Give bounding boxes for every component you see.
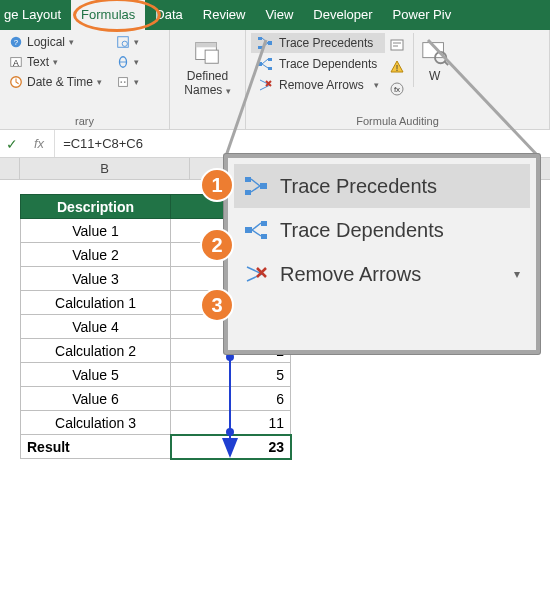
cell-desc[interactable]: Calculation 2 <box>21 339 171 363</box>
ribbon-body: ? Logical ▾ A Text ▾ Date & Time ▾ ▾ ▾ <box>0 30 550 130</box>
svg-text:A: A <box>13 58 19 68</box>
tab-power-pivot[interactable]: Power Piv <box>383 0 462 30</box>
svg-rect-16 <box>258 46 262 49</box>
annotation-badge-2: 2 <box>200 228 234 262</box>
defined-names-label1: Defined <box>187 69 228 83</box>
callout-trace-dependents[interactable]: Trace Dependents <box>234 208 530 252</box>
watch-window-label: W <box>429 69 440 83</box>
cell-val[interactable]: 5 <box>171 363 291 387</box>
watch-window-button[interactable]: W <box>413 33 458 87</box>
cell-desc[interactable]: Calculation 3 <box>21 411 171 435</box>
trace-precedents-button[interactable]: Trace Precedents <box>251 33 385 53</box>
evaluate-formula-icon[interactable]: fx <box>389 81 405 97</box>
chevron-down-icon: ▾ <box>53 57 58 67</box>
tab-page-layout[interactable]: ge Layout <box>2 0 71 30</box>
cell-desc[interactable]: Value 4 <box>21 315 171 339</box>
formula-input[interactable]: =C11+C8+C6 <box>55 136 151 151</box>
logical-icon: ? <box>9 35 23 49</box>
group-label-library: rary <box>0 115 169 129</box>
remove-arrows-button[interactable]: Remove Arrows ▾ <box>251 75 385 95</box>
text-button[interactable]: A Text ▾ <box>5 53 106 71</box>
group-label-names <box>170 127 245 129</box>
svg-rect-18 <box>258 62 262 66</box>
enter-icon[interactable]: ✓ <box>0 136 24 152</box>
tab-view[interactable]: View <box>255 0 303 30</box>
cell-desc[interactable]: Value 1 <box>21 219 171 243</box>
more-button[interactable]: ▾ <box>112 73 143 91</box>
logical-button[interactable]: ? Logical ▾ <box>5 33 106 51</box>
svg-rect-13 <box>196 43 217 48</box>
lookup-icon <box>116 35 130 49</box>
svg-rect-35 <box>245 190 251 195</box>
cell-val[interactable]: 11 <box>171 411 291 435</box>
lookup-button[interactable]: ▾ <box>112 33 143 51</box>
col-header-b[interactable]: B <box>20 158 190 179</box>
header-description[interactable]: Description <box>21 195 171 219</box>
svg-rect-36 <box>260 183 267 189</box>
svg-rect-17 <box>268 41 272 45</box>
cell-desc[interactable]: Calculation 1 <box>21 291 171 315</box>
svg-text:!: ! <box>395 63 398 73</box>
remove-arrows-icon <box>244 262 268 286</box>
svg-rect-25 <box>423 43 444 58</box>
svg-rect-34 <box>245 177 251 182</box>
tab-formulas[interactable]: Formulas <box>71 0 145 30</box>
callout-trace-precedents[interactable]: Trace Precedents <box>234 164 530 208</box>
callout-label: Trace Precedents <box>280 175 437 198</box>
svg-rect-15 <box>258 37 262 40</box>
svg-rect-37 <box>245 227 252 233</box>
date-time-label: Date & Time <box>27 75 93 89</box>
svg-text:?: ? <box>14 38 19 47</box>
col-header-a[interactable] <box>0 158 20 179</box>
trace-dependents-label: Trace Dependents <box>279 57 377 71</box>
svg-rect-20 <box>268 67 272 70</box>
trace-precedents-icon <box>244 174 268 198</box>
callout-label: Trace Dependents <box>280 219 444 242</box>
tab-review[interactable]: Review <box>193 0 256 30</box>
callout-label: Remove Arrows <box>280 263 421 286</box>
annotation-badge-3: 3 <box>200 288 234 322</box>
trace-dependents-icon <box>244 218 268 242</box>
svg-rect-38 <box>261 221 267 226</box>
text-label: Text <box>27 55 49 69</box>
svg-rect-19 <box>268 58 272 61</box>
defined-names-button[interactable]: Defined Names ▾ <box>176 33 238 101</box>
trace-precedents-label: Trace Precedents <box>279 36 373 50</box>
cell-desc[interactable]: Value 2 <box>21 243 171 267</box>
theta-icon <box>116 55 130 69</box>
math-button[interactable]: ▾ <box>112 53 143 71</box>
watch-window-icon <box>420 37 450 67</box>
cell-desc[interactable]: Value 3 <box>21 267 171 291</box>
annotation-badge-1: 1 <box>200 168 234 202</box>
svg-rect-21 <box>391 40 403 50</box>
tab-data[interactable]: Data <box>145 0 192 30</box>
svg-rect-14 <box>206 50 219 63</box>
svg-rect-9 <box>119 78 128 87</box>
fx-button[interactable]: fx <box>24 130 55 157</box>
trace-precedents-icon <box>257 35 273 51</box>
error-checking-icon[interactable]: ! <box>389 59 405 75</box>
cell-val[interactable]: 6 <box>171 387 291 411</box>
cell-desc[interactable]: Value 5 <box>21 363 171 387</box>
logical-label: Logical <box>27 35 65 49</box>
chevron-down-icon: ▾ <box>514 267 520 281</box>
callout-panel: Trace Precedents Trace Dependents Remove… <box>224 154 540 354</box>
group-label-auditing: Formula Auditing <box>246 115 549 129</box>
cell-result-val[interactable]: 23 <box>171 435 291 459</box>
callout-remove-arrows[interactable]: Remove Arrows ▾ <box>234 252 530 296</box>
defined-names-label2: Names ▾ <box>184 83 230 97</box>
cell-result-desc[interactable]: Result <box>21 435 171 459</box>
remove-arrows-label: Remove Arrows <box>279 78 364 92</box>
tab-developer[interactable]: Developer <box>303 0 382 30</box>
date-time-button[interactable]: Date & Time ▾ <box>5 73 106 91</box>
defined-names-icon <box>192 37 222 67</box>
chevron-down-icon: ▾ <box>69 37 74 47</box>
text-icon: A <box>9 55 23 69</box>
show-formulas-icon[interactable] <box>389 37 405 53</box>
cell-desc[interactable]: Value 6 <box>21 387 171 411</box>
svg-point-11 <box>124 81 126 83</box>
trace-dependents-button[interactable]: Trace Dependents <box>251 54 385 74</box>
ribbon-tabs: ge Layout Formulas Data Review View Deve… <box>0 0 550 30</box>
clock-icon <box>9 75 23 89</box>
svg-point-6 <box>122 41 127 46</box>
